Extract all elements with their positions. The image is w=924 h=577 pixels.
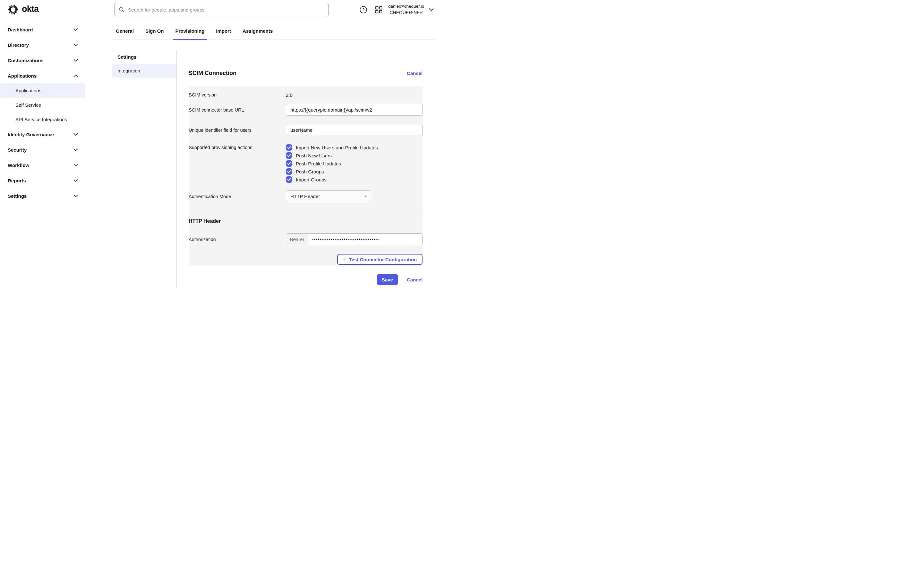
checkbox-push-new-users[interactable]: Push New Users bbox=[286, 152, 423, 159]
svg-text:?: ? bbox=[362, 7, 365, 12]
authorization-input-group: Bearer •••••••••••••••••••••••••••••••••… bbox=[286, 234, 423, 245]
sidebar-item-workflow[interactable]: Workflow bbox=[0, 157, 85, 173]
account-email: daniel@chequer.io bbox=[388, 3, 424, 9]
subnav-item-integration[interactable]: Integration bbox=[112, 64, 176, 77]
unique-identifier-label: Unique identifier field for users bbox=[189, 124, 286, 136]
search-input[interactable] bbox=[128, 7, 325, 13]
chevron-down-icon bbox=[73, 164, 78, 167]
checked-checkbox-icon bbox=[286, 160, 292, 167]
http-header-section-title: HTTP Header bbox=[189, 218, 423, 225]
base-url-label: SCIM connector base URL bbox=[189, 104, 286, 116]
authorization-token-input[interactable]: •••••••••••••••••••••••••••••••••••• bbox=[309, 234, 422, 245]
scim-form-section: SCIM version 2.0 SCIM connector base URL… bbox=[189, 86, 423, 266]
checkbox-push-profile-updates[interactable]: Push Profile Updates bbox=[286, 160, 423, 167]
settings-subnav: Settings Integration bbox=[112, 50, 177, 288]
tab-general[interactable]: General bbox=[116, 28, 134, 39]
top-bar: okta ? bbox=[0, 0, 462, 19]
sidebar-item-api-service-integrations[interactable]: API Service Integrations bbox=[0, 112, 85, 127]
topbar-right-cluster: ? daniel@chequer.io CHEQUER-NFR bbox=[359, 0, 434, 19]
bearer-prefix: Bearer bbox=[286, 234, 309, 245]
base-url-input[interactable] bbox=[286, 104, 423, 116]
tab-provisioning[interactable]: Provisioning bbox=[175, 28, 204, 39]
sidebar-item-applications[interactable]: Applications bbox=[0, 68, 85, 83]
scim-version-label: SCIM version bbox=[189, 92, 286, 99]
page-title: SCIM Connection bbox=[189, 70, 236, 77]
provisioning-actions-label: Supported provisioning actions bbox=[189, 144, 286, 183]
app-grid-icon[interactable] bbox=[375, 6, 383, 13]
tab-assignments[interactable]: Assignments bbox=[242, 28, 273, 39]
tab-import[interactable]: Import bbox=[216, 28, 231, 39]
chevron-down-icon bbox=[73, 44, 78, 47]
app-tabs: General Sign On Provisioning Import Assi… bbox=[112, 28, 435, 39]
scim-connection-panel: SCIM Connection Cancel SCIM version 2.0 … bbox=[177, 50, 435, 288]
account-chevron-down-icon[interactable] bbox=[429, 8, 434, 11]
checkbox-import-new-users[interactable]: Import New Users and Profile Updates bbox=[286, 144, 423, 151]
auth-mode-selected-value: HTTP Header bbox=[290, 193, 320, 199]
search-icon bbox=[119, 7, 124, 13]
sidebar: Dashboard Directory Customizations Appli… bbox=[0, 19, 86, 288]
authorization-label: Authorization bbox=[189, 234, 286, 245]
unique-identifier-input[interactable] bbox=[286, 124, 423, 136]
sidebar-item-directory[interactable]: Directory bbox=[0, 37, 85, 53]
chevron-down-icon bbox=[73, 148, 78, 151]
sidebar-item-identity-governance[interactable]: Identity Governance bbox=[0, 127, 85, 142]
sidebar-item-reports[interactable]: Reports bbox=[0, 173, 85, 188]
save-button[interactable]: Save bbox=[377, 274, 398, 285]
sidebar-item-dashboard[interactable]: Dashboard bbox=[0, 22, 85, 37]
account-org: CHEQUER-NFR bbox=[388, 10, 424, 16]
cancel-top-link[interactable]: Cancel bbox=[407, 71, 423, 76]
tab-sign-on[interactable]: Sign On bbox=[145, 28, 164, 39]
sidebar-item-applications-child[interactable]: Applications bbox=[0, 83, 85, 98]
okta-admin-window: okta ? bbox=[0, 0, 462, 288]
help-icon[interactable]: ? bbox=[359, 6, 367, 14]
cancel-bottom-link[interactable]: Cancel bbox=[407, 277, 423, 282]
okta-wordmark: okta bbox=[22, 4, 39, 14]
okta-logo[interactable]: okta bbox=[8, 4, 39, 15]
auth-mode-label: Authentication Mode bbox=[189, 190, 286, 202]
sidebar-item-settings[interactable]: Settings bbox=[0, 188, 85, 203]
okta-sunburst-icon bbox=[8, 4, 19, 15]
sidebar-item-self-service[interactable]: Self Service bbox=[0, 98, 85, 112]
chevron-down-icon bbox=[73, 59, 78, 62]
chevron-down-icon bbox=[73, 133, 78, 136]
chevron-down-icon bbox=[73, 195, 78, 197]
account-menu[interactable]: daniel@chequer.io CHEQUER-NFR bbox=[388, 3, 424, 15]
auth-mode-select[interactable]: HTTP Header ▾ bbox=[286, 190, 371, 202]
checked-checkbox-icon bbox=[286, 144, 292, 151]
select-arrow-icon: ▾ bbox=[365, 194, 367, 198]
checkbox-push-groups[interactable]: Push Groups bbox=[286, 168, 423, 175]
test-connector-configuration-button[interactable]: ✓ Test Connector Configuration bbox=[337, 254, 423, 265]
main-content: General Sign On Provisioning Import Assi… bbox=[86, 19, 462, 288]
scim-version-value: 2.0 bbox=[286, 92, 423, 99]
sidebar-item-security[interactable]: Security bbox=[0, 142, 85, 157]
provisioning-card: Settings Integration SCIM Connection Can… bbox=[112, 50, 435, 288]
chevron-down-icon bbox=[73, 28, 78, 31]
subnav-header: Settings bbox=[112, 50, 176, 64]
checkbox-import-groups[interactable]: Import Groups bbox=[286, 176, 423, 183]
checked-checkbox-icon bbox=[286, 152, 292, 159]
sidebar-item-customizations[interactable]: Customizations bbox=[0, 53, 85, 68]
chevron-down-icon bbox=[73, 179, 78, 182]
checked-checkbox-icon bbox=[286, 176, 292, 183]
check-icon: ✓ bbox=[343, 257, 346, 261]
section-divider bbox=[189, 211, 423, 211]
global-search[interactable] bbox=[115, 3, 329, 16]
checked-checkbox-icon bbox=[286, 168, 292, 175]
chevron-up-icon bbox=[73, 74, 78, 77]
